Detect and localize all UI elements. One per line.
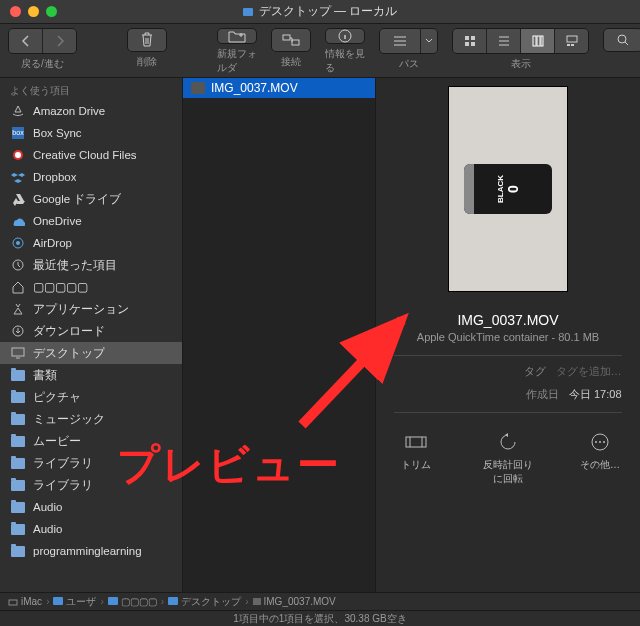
path-segment[interactable]: IMG_0037.MOV <box>253 596 336 607</box>
sidebar-item-icon <box>10 389 26 405</box>
sidebar-item-label: OneDrive <box>33 215 82 227</box>
path-icon <box>108 596 118 607</box>
sidebar-item[interactable]: Amazon Drive <box>0 100 182 122</box>
svg-rect-0 <box>283 35 290 40</box>
sidebar-item[interactable]: Creative Cloud Files <box>0 144 182 166</box>
sidebar-item[interactable]: AirDrop <box>0 232 182 254</box>
titlebar: デスクトップ — ローカル <box>0 0 640 24</box>
path-segment[interactable]: ▢▢▢▢ <box>108 596 157 607</box>
file-row[interactable]: IMG_0037.MOV <box>183 78 375 98</box>
sidebar-item-icon <box>10 455 26 471</box>
sidebar-item[interactable]: Audio <box>0 518 182 540</box>
rotate-action[interactable]: 反時計回りに回転 <box>480 431 536 486</box>
folder-icon <box>243 8 253 16</box>
svg-point-15 <box>15 152 21 158</box>
sidebar-item[interactable]: 最近使った項目 <box>0 254 182 276</box>
tag-label: タグ <box>524 364 546 379</box>
trim-action[interactable]: トリム <box>388 431 444 486</box>
sidebar-item[interactable]: 書類 <box>0 364 182 386</box>
svg-rect-10 <box>567 36 577 42</box>
path-segment[interactable]: iMac <box>8 596 42 607</box>
sidebar-item-label: Amazon Drive <box>33 105 105 117</box>
path-button[interactable] <box>380 29 420 53</box>
created-label: 作成日 <box>526 387 559 402</box>
preview-thumbnail[interactable]: BLACK0 <box>448 86 568 292</box>
svg-rect-3 <box>465 36 469 40</box>
sidebar-item-icon <box>10 367 26 383</box>
svg-rect-20 <box>12 348 24 356</box>
sidebar-item[interactable]: ダウンロード <box>0 320 182 342</box>
sidebar-item[interactable]: boxBox Sync <box>0 122 182 144</box>
sidebar-item-icon <box>10 279 26 295</box>
svg-point-23 <box>595 441 597 443</box>
sidebar-item[interactable]: programminglearning <box>0 540 182 562</box>
created-value: 今日 17:08 <box>569 387 622 402</box>
sidebar-item[interactable]: Dropbox <box>0 166 182 188</box>
sidebar-item[interactable]: OneDrive <box>0 210 182 232</box>
sidebar-item-icon <box>10 499 26 515</box>
back-button[interactable] <box>9 29 42 53</box>
sidebar-item-label: Dropbox <box>33 171 76 183</box>
sidebar-item[interactable]: デスクトップ <box>0 342 182 364</box>
sidebar-item[interactable]: Audio <box>0 496 182 518</box>
view-column-button[interactable] <box>521 29 554 53</box>
sidebar-item-icon <box>10 323 26 339</box>
sidebar-item-label: ピクチャ <box>33 390 81 405</box>
sidebar-item[interactable]: ▢▢▢▢▢ <box>0 276 182 298</box>
forward-button[interactable] <box>43 29 76 53</box>
svg-rect-8 <box>537 36 540 46</box>
view-switcher <box>452 28 589 54</box>
path-segment[interactable]: ユーザ <box>53 595 96 609</box>
view-gallery-button[interactable] <box>555 29 588 53</box>
sidebar-item-icon <box>10 103 26 119</box>
svg-rect-6 <box>471 42 475 46</box>
sidebar-item-label: 書類 <box>33 368 57 383</box>
sidebar-item-icon <box>10 301 26 317</box>
sidebar-item[interactable]: Google ドライブ <box>0 188 182 210</box>
view-icon-button[interactable] <box>453 29 486 53</box>
search-button[interactable] <box>603 28 640 52</box>
sidebar-item[interactable]: ライブラリ <box>0 452 182 474</box>
window-title: デスクトップ — ローカル <box>259 3 398 20</box>
connect-button[interactable] <box>271 28 311 52</box>
sidebar-item-icon <box>10 235 26 251</box>
svg-point-24 <box>599 441 601 443</box>
tag-input[interactable]: タグを追加… <box>556 364 622 379</box>
sidebar-item-label: Audio <box>33 523 62 535</box>
sidebar-item[interactable]: ムービー <box>0 430 182 452</box>
sidebar-item-label: ミュージック <box>33 412 105 427</box>
more-action[interactable]: その他… <box>572 431 628 486</box>
delete-button[interactable] <box>127 28 167 52</box>
svg-rect-21 <box>406 437 426 447</box>
svg-rect-26 <box>9 600 17 605</box>
sidebar-header: よく使う項目 <box>0 78 182 100</box>
sidebar-item-icon <box>10 213 26 229</box>
svg-rect-4 <box>471 36 475 40</box>
sidebar-item[interactable]: ピクチャ <box>0 386 182 408</box>
sidebar-item-icon <box>10 191 26 207</box>
path-icon <box>168 596 178 607</box>
nav-label: 戻る/進む <box>21 57 64 71</box>
path-segment[interactable]: デスクトップ <box>168 595 241 609</box>
sidebar-item-icon <box>10 433 26 449</box>
svg-rect-11 <box>567 44 570 46</box>
view-list-button[interactable] <box>487 29 520 53</box>
sidebar-item-icon <box>10 345 26 361</box>
sidebar-item-label: Box Sync <box>33 127 82 139</box>
svg-point-25 <box>603 441 605 443</box>
sidebar-item-icon <box>10 477 26 493</box>
sidebar-item-icon <box>10 147 26 163</box>
sidebar-item[interactable]: アプリケーション <box>0 298 182 320</box>
svg-rect-12 <box>571 44 574 46</box>
info-button[interactable] <box>325 28 365 44</box>
sidebar-item[interactable]: ミュージック <box>0 408 182 430</box>
sidebar-item-icon <box>10 169 26 185</box>
path-dropdown[interactable] <box>421 29 437 53</box>
sidebar-item-label: Google ドライブ <box>33 192 121 207</box>
file-list: IMG_0037.MOV <box>183 78 376 592</box>
new-folder-button[interactable] <box>217 28 257 44</box>
sidebar-item[interactable]: ライブラリ <box>0 474 182 496</box>
svg-rect-7 <box>533 36 536 46</box>
sidebar-item-label: ダウンロード <box>33 324 105 339</box>
sidebar-item-label: アプリケーション <box>33 302 129 317</box>
